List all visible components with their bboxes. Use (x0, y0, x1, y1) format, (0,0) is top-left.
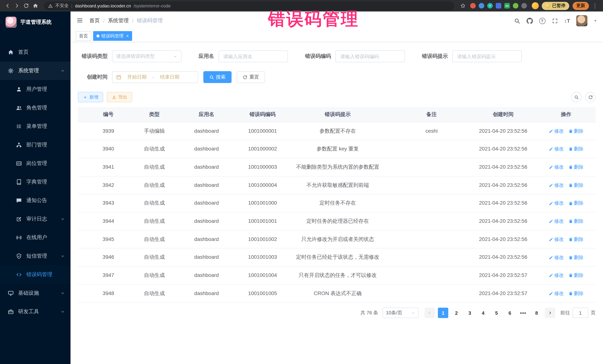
cell-id: 3945 (78, 230, 139, 248)
sidebar-item-1[interactable]: 系统管理 (0, 62, 70, 80)
sidebar-item-7[interactable]: 字典管理 (0, 173, 70, 191)
fullscreen-icon[interactable] (552, 18, 558, 24)
edit-link[interactable]: 修改 (549, 236, 564, 243)
delete-link[interactable]: 删除 (568, 290, 583, 297)
sidebar-item-10[interactable]: 在线用户 (0, 228, 70, 247)
sidebar-item-label: 研发工具 (18, 309, 39, 315)
delete-link[interactable]: 删除 (568, 164, 583, 171)
refresh-icon (243, 75, 247, 79)
forward-icon[interactable] (13, 2, 20, 10)
sidebar-item-6[interactable]: 岗位管理 (0, 154, 70, 173)
page-button-3[interactable]: 3 (464, 308, 475, 318)
sidebar-item-3[interactable]: 角色管理 (0, 99, 70, 117)
edit-link[interactable]: 修改 (549, 272, 564, 279)
help-icon[interactable]: ? (539, 18, 545, 24)
edit-link[interactable]: 修改 (549, 200, 564, 207)
page-size-select[interactable]: 10条/页 (383, 308, 418, 318)
extension-teal-v-icon[interactable]: V (487, 3, 493, 9)
browser-profile-avatar[interactable] (532, 2, 539, 9)
sidebar-item-14[interactable]: 研发工具 (0, 302, 70, 321)
extension-leaf-icon[interactable] (513, 3, 518, 9)
goto-group: 前往 页 (560, 308, 596, 318)
sidebar-item-12[interactable]: 错误码管理 (0, 265, 70, 284)
extension-green-on-icon[interactable]: on (504, 3, 510, 9)
caret-down-icon[interactable]: ▼ (594, 19, 597, 22)
page-button-6[interactable]: 6 (505, 308, 515, 318)
sidebar-item-8[interactable]: 通知公告 (0, 191, 70, 210)
goto-page-input[interactable] (573, 308, 588, 318)
reset-button[interactable]: 重置 (237, 71, 265, 83)
address-bar[interactable]: 不安全 | dashboard.yudao.iocoder.cn/system/… (44, 1, 454, 10)
cell-remark (393, 248, 470, 266)
sidebar-item-4[interactable]: 菜单管理 (0, 117, 70, 136)
date-range-picker[interactable]: 开始日期 - 结束日期 (112, 71, 198, 83)
collapse-menu-icon[interactable] (76, 17, 84, 24)
close-icon[interactable]: × (126, 33, 129, 39)
edit-link[interactable]: 修改 (549, 127, 564, 135)
error-code-input[interactable] (336, 50, 405, 62)
extension-puzzle-icon[interactable] (521, 3, 527, 9)
table-row: 3948自动生成dashboard1001001005CRON 表达式不正确20… (78, 284, 596, 302)
edit-link[interactable]: 修改 (549, 182, 564, 189)
reload-icon[interactable] (22, 2, 30, 10)
tab-home[interactable]: 首页 (76, 31, 91, 41)
page-button-1[interactable]: 1 (438, 308, 448, 318)
edit-link[interactable]: 修改 (549, 145, 564, 153)
extension-blue-grid-icon[interactable] (496, 3, 501, 9)
sidebar-item-2[interactable]: 用户管理 (0, 80, 70, 99)
sidebar-item-9[interactable]: 审计日志 (0, 210, 70, 228)
add-button[interactable]: 新增 (78, 92, 103, 102)
edit-link[interactable]: 修改 (549, 218, 564, 225)
page-button-4[interactable]: 4 (478, 308, 488, 318)
back-icon[interactable] (4, 2, 11, 10)
refresh-table-button[interactable] (585, 92, 596, 102)
extension-red-icon[interactable] (470, 3, 476, 9)
cell-type: 自动生成 (139, 266, 170, 284)
font-size-icon[interactable]: ↕T (564, 18, 570, 24)
user-avatar[interactable] (576, 15, 587, 26)
error-hint-input[interactable] (452, 50, 522, 62)
prev-page-button[interactable] (425, 308, 435, 318)
sidebar-item-label: 首页 (18, 49, 29, 55)
bookmark-star-icon[interactable] (459, 2, 466, 10)
logo-avatar (6, 16, 17, 28)
cell-type: 自动生成 (139, 230, 170, 248)
logo-row[interactable]: 芋道管理系统 (0, 11, 70, 33)
delete-link[interactable]: 删除 (568, 272, 583, 279)
sidebar-item-11[interactable]: 短信管理 (0, 247, 70, 265)
delete-link[interactable]: 删除 (568, 182, 583, 189)
sidebar-item-0[interactable]: 首页 (0, 43, 70, 62)
error-type-select[interactable]: 请选择错误码类型 (112, 50, 181, 62)
search-button[interactable]: 搜索 (203, 71, 232, 83)
breadcrumb-system: 系统管理 (108, 17, 129, 24)
app-name-input[interactable] (219, 50, 288, 62)
edit-link[interactable]: 修改 (549, 254, 564, 261)
extension-blue-drop-icon[interactable] (479, 3, 484, 9)
breadcrumb-home[interactable]: 首页 (89, 17, 100, 24)
delete-link[interactable]: 删除 (568, 145, 583, 153)
edit-link[interactable]: 修改 (549, 164, 564, 171)
page-button-2[interactable]: 2 (451, 308, 462, 318)
delete-link[interactable]: 删除 (568, 254, 583, 261)
edit-link[interactable]: 修改 (549, 290, 564, 297)
tab-error-code[interactable]: 错误码管理 × (93, 31, 132, 41)
search-icon[interactable] (514, 18, 520, 24)
page-button-8[interactable]: 8 (531, 308, 542, 318)
github-icon[interactable] (526, 18, 533, 24)
delete-link[interactable]: 删除 (568, 200, 583, 207)
paused-chip[interactable]: 已暂停 (542, 2, 569, 10)
toggle-search-button[interactable] (571, 92, 581, 102)
pager-ellipsis[interactable]: ••• (518, 308, 528, 318)
page-button-5[interactable]: 5 (491, 308, 502, 318)
update-chip[interactable]: 更新 (573, 2, 589, 10)
sidebar-item-5[interactable]: 部门管理 (0, 136, 70, 154)
sidebar-item-13[interactable]: 基础设施 (0, 284, 70, 302)
delete-link[interactable]: 删除 (568, 127, 583, 135)
delete-link[interactable]: 删除 (568, 236, 583, 243)
browser-home-icon[interactable] (32, 2, 39, 10)
next-page-button[interactable] (545, 308, 555, 318)
delete-link[interactable]: 删除 (568, 218, 583, 225)
delete-icon (568, 129, 573, 133)
export-button[interactable]: 导出 (107, 92, 132, 102)
kebab-menu-icon[interactable]: ⋮ (591, 2, 599, 9)
